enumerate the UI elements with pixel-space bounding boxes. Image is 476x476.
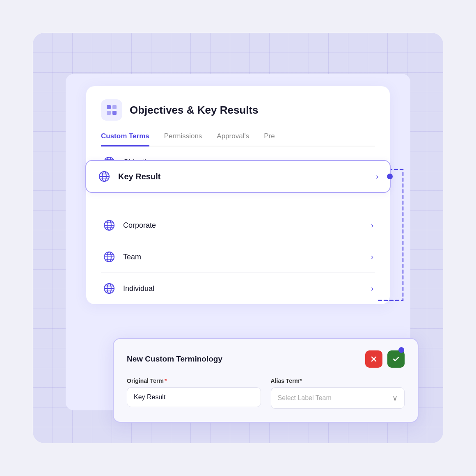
modal-actions [365,350,405,368]
hierarchy-icon [105,103,118,117]
close-icon [370,355,378,363]
alias-term-select[interactable]: Select Label Team ∨ [271,387,405,409]
globe-icon-corporate [103,219,116,232]
chevron-right-team: › [371,253,373,261]
check-icon [392,355,400,363]
app-icon-wrap [101,99,122,121]
list-item-team[interactable]: Team › [101,241,375,273]
svg-rect-2 [107,111,111,115]
connector-dot [387,174,393,179]
globe-icon-individual [103,282,116,295]
original-term-input[interactable] [127,387,261,407]
svg-rect-1 [112,105,117,109]
tab-custom-terms[interactable]: Custom Terms [101,132,149,146]
app-title: Objectives & Key Results [130,104,259,117]
list-item-individual[interactable]: Individual › [101,273,375,304]
main-card: Objectives & Key Results Custom Terms Pe… [86,86,390,304]
modal-header: New Custom Terminology [127,350,405,368]
confirm-button[interactable] [387,350,405,368]
individual-label: Individual [123,284,364,293]
original-term-label: Original Term* [127,378,261,384]
svg-rect-3 [112,111,117,115]
original-term-field: Original Term* [127,378,261,409]
tabs-container: Custom Terms Permissions Approval's Pre [101,132,375,146]
svg-rect-0 [107,105,111,109]
globe-icon-team [103,250,116,263]
team-label: Team [123,253,364,261]
card-header: Objectives & Key Results [101,99,375,121]
chevron-down-icon: ∨ [392,394,398,403]
cancel-button[interactable] [365,350,382,368]
alias-term-label: Alias Term* [271,378,405,384]
alias-term-field: Alias Term* Select Label Team ∨ [271,378,405,409]
tab-approvals[interactable]: Approval's [217,132,249,146]
modal-fields: Original Term* Alias Term* Select Label … [127,378,405,409]
outer-wrapper: Objectives & Key Results Custom Terms Pe… [33,33,443,443]
modal-card: New Custom Terminology [113,338,419,423]
list-item-corporate[interactable]: Corporate › [101,210,375,241]
bottom-connector-dot [398,347,404,353]
modal-title: New Custom Terminology [127,355,222,364]
chevron-right-key-result: › [376,172,378,181]
chevron-right-individual: › [371,284,373,293]
corporate-label: Corporate [123,221,364,230]
key-result-label: Key Result [118,172,368,181]
tab-permissions[interactable]: Permissions [164,132,202,146]
alias-term-placeholder: Select Label Team [278,394,332,402]
key-result-row[interactable]: Key Result › [85,160,391,193]
chevron-right-corporate: › [371,221,373,230]
tab-pre[interactable]: Pre [264,132,275,146]
globe-icon-key-result [98,170,111,183]
